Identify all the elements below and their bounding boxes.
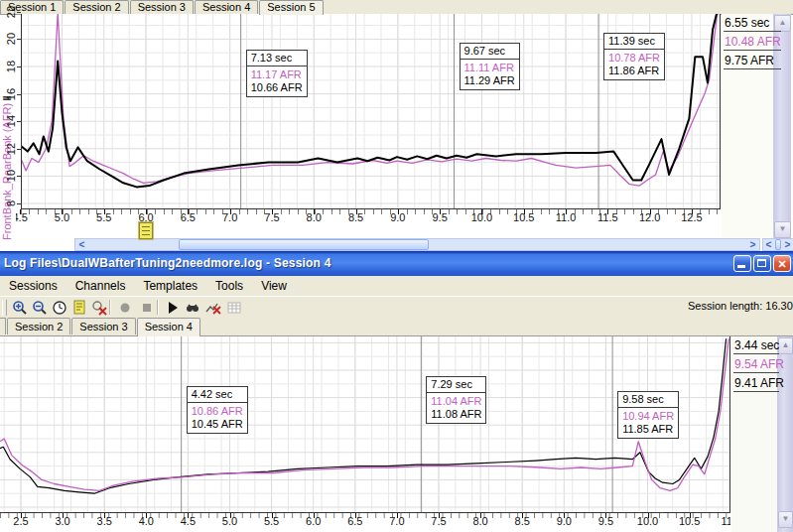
toolbar-separator xyxy=(109,300,111,315)
cursor-info-box[interactable]: 11.39 sec10.78 AFR11.86 AFR xyxy=(603,33,665,80)
menubar: SessionsChannelsTemplatesToolsView xyxy=(0,276,793,296)
stop-icon[interactable] xyxy=(137,299,157,317)
cursor-afr-rear: 10.45 AFR xyxy=(192,418,243,431)
tab-session-3[interactable]: Session 3 xyxy=(71,318,135,334)
y-tick-mark xyxy=(17,121,21,122)
scroll-right-icon[interactable]: > xyxy=(782,239,793,250)
record-icon[interactable] xyxy=(115,299,135,317)
tab-session-2[interactable]: Session 2 xyxy=(65,0,128,14)
play-icon[interactable] xyxy=(163,299,183,317)
cursor-afr-front: 10.86 AFR xyxy=(192,405,243,418)
maximize-button[interactable] xyxy=(753,255,771,272)
cursor-info-box[interactable]: 4.42 sec10.86 AFR10.45 AFR xyxy=(187,386,248,434)
cursor-time: 7.29 sec xyxy=(427,378,485,393)
cursor-afr-rear: 11.85 AFR xyxy=(622,423,674,436)
top-readout-afr-rear: 9.75 AFR xyxy=(724,54,781,69)
scroll-down-icon[interactable]: ▼ xyxy=(778,511,793,528)
y-tick-mark xyxy=(17,176,21,177)
cursor-info-box[interactable]: 9.58 sec10.94 AFR11.85 AFR xyxy=(617,391,679,439)
cursor-afr-front: 11.17 AFR xyxy=(251,68,303,81)
x-tick-label: 7.0 xyxy=(213,211,247,223)
x-tick-label: 10.5 xyxy=(673,515,707,527)
tab-clipped[interactable] xyxy=(0,318,6,334)
cursor-afr-rear: 11.29 AFR xyxy=(464,74,515,87)
x-tick-label: 9.0 xyxy=(381,211,415,223)
toolbar-separator xyxy=(157,300,159,315)
cursor-info-box[interactable]: 7.13 sec11.17 AFR10.66 AFR xyxy=(246,50,308,97)
scroll-right-icon[interactable]: > xyxy=(746,239,759,250)
cursor-time: 9.58 sec xyxy=(618,393,678,408)
menu-view[interactable]: View xyxy=(252,276,296,293)
scroll-down-icon[interactable]: ▼ xyxy=(774,221,791,238)
menu-sessions[interactable]: Sessions xyxy=(0,276,66,293)
x-tick-label: 5.5 xyxy=(255,515,289,527)
x-tick-label: 12.5 xyxy=(675,211,709,223)
window-title: Log Files\DualWBafterTuning2needmore.log… xyxy=(4,256,331,270)
window-titlebar[interactable]: Log Files\DualWBafterTuning2needmore.log… xyxy=(0,251,793,276)
tab-session-2[interactable]: Session 2 xyxy=(7,318,70,334)
top-readout-panel: 6.55 sec 10.48 AFR 9.75 AFR xyxy=(722,14,773,238)
menu-channels[interactable]: Channels xyxy=(66,276,135,293)
cursor-time: 4.42 sec xyxy=(188,388,247,403)
x-tick-label: 5.0 xyxy=(45,211,78,223)
zoom-in-icon[interactable] xyxy=(10,299,30,317)
scrollbar-thumb[interactable] xyxy=(179,239,429,250)
x-tick-label: 7.5 xyxy=(422,515,456,527)
menu-tools[interactable]: Tools xyxy=(206,276,252,293)
x-tick-label: 3.0 xyxy=(46,515,79,527)
top-readout-time: 6.55 sec xyxy=(724,16,781,32)
minimize-button[interactable] xyxy=(733,255,751,272)
x-tick-label: 6.5 xyxy=(171,211,204,223)
tab-session-3[interactable]: Session 3 xyxy=(130,0,194,14)
mini-horizontal-scrollbar[interactable]: < > xyxy=(762,238,793,251)
find-icon[interactable] xyxy=(183,299,202,317)
top-horizontal-scrollbar[interactable]: < > xyxy=(74,238,760,251)
x-tick-label: 10.0 xyxy=(464,211,498,223)
scroll-left-icon[interactable]: < xyxy=(75,239,88,250)
x-tick-label: 4.0 xyxy=(129,515,163,527)
y-tick-mark xyxy=(17,66,21,67)
x-tick-label: 6.0 xyxy=(297,515,330,527)
x-tick-label: 10.0 xyxy=(631,515,665,527)
toolbar-gripper[interactable] xyxy=(2,300,7,316)
x-tick-label: 8.0 xyxy=(297,211,330,223)
y-tick-mark xyxy=(17,39,21,40)
bottom-session-tabbar: Session 2Session 3Session 4 xyxy=(0,318,793,336)
zoom-reset-icon[interactable] xyxy=(89,299,109,317)
x-tick-label: 8.5 xyxy=(339,211,373,223)
zoom-time-icon[interactable] xyxy=(50,299,69,317)
scrollbar-thumb[interactable] xyxy=(775,239,781,250)
scroll-up-icon[interactable]: ▲ xyxy=(778,337,793,354)
bottom-readout-time: 3.44 sec xyxy=(733,338,779,354)
table-icon[interactable] xyxy=(224,299,244,317)
toolbar xyxy=(0,296,793,320)
top-readout-afr-front: 10.48 AFR xyxy=(724,35,781,51)
x-tick-label: 7.5 xyxy=(255,211,289,223)
cursor-afr-rear: 11.08 AFR xyxy=(431,408,481,421)
x-tick-label: 8.5 xyxy=(505,515,539,527)
zoom-out-icon[interactable] xyxy=(30,299,50,317)
y-tick-mark xyxy=(17,203,21,204)
x-tick-label: 9.5 xyxy=(423,211,457,223)
bottom-readout-afr-front: 9.54 AFR xyxy=(733,357,779,373)
scroll-left-icon[interactable]: < xyxy=(763,239,774,250)
x-tick-label: 3.5 xyxy=(87,515,121,527)
y-tick-mark xyxy=(17,149,21,150)
close-button[interactable]: ✕ xyxy=(773,255,791,272)
tab-session-4[interactable]: Session 4 xyxy=(137,318,200,336)
cursor-time: 11.39 sec xyxy=(604,35,664,50)
x-tick-label: 11.0 xyxy=(715,515,730,527)
tab-session-5[interactable]: Session 5 xyxy=(259,0,323,15)
cursor-afr-rear: 11.86 AFR xyxy=(608,65,660,77)
tab-session-4[interactable]: Session 4 xyxy=(195,0,258,14)
cursor-info-box[interactable]: 9.67 sec11.11 AFR11.29 AFR xyxy=(460,43,520,90)
note-icon[interactable] xyxy=(69,299,89,317)
menu-templates[interactable]: Templates xyxy=(134,276,206,293)
cursor-afr-front: 10.94 AFR xyxy=(622,410,674,423)
clear-chart-icon[interactable] xyxy=(203,299,223,317)
logworks-app: Session 1Session 2Session 3Session 4Sess… xyxy=(0,0,793,532)
cursor-info-box[interactable]: 7.29 sec11.04 AFR11.08 AFR xyxy=(426,376,486,424)
x-tick-label: 6.5 xyxy=(338,515,372,527)
cursor-time: 9.67 sec xyxy=(461,45,519,60)
timeline-note-icon[interactable] xyxy=(139,222,153,239)
